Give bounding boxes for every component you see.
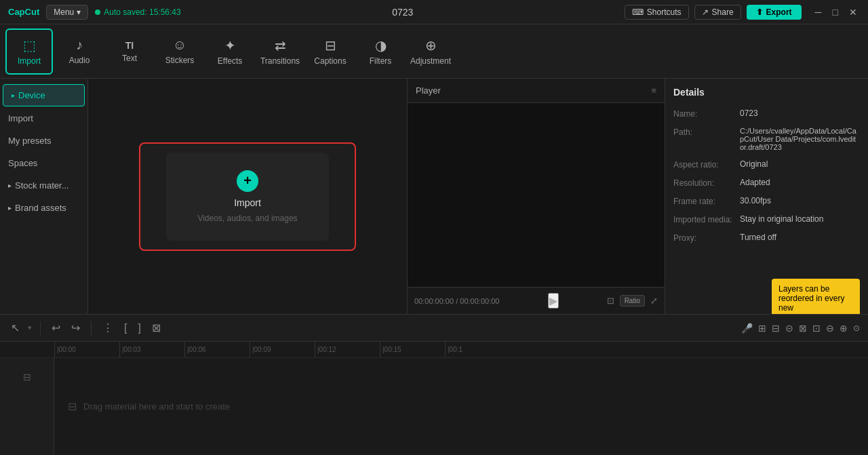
track-label-icon: ⊟ (23, 372, 31, 382)
nav-label-transitions: Transitions (260, 56, 300, 66)
app-logo: CapCut (8, 7, 39, 17)
timeline-right-tools: 🎤 ⊞ ⊟ ⊝ ⊠ ⊡ ⊖ ⊕ ⊙ (741, 323, 860, 334)
timeline-content: ⊟ ⊟ Drag material here and start to crea… (0, 358, 868, 455)
unlink-icon[interactable]: ⊝ (785, 323, 793, 334)
close-button[interactable]: ✕ (846, 7, 860, 18)
ruler-mark-3: |00:09 (250, 342, 315, 358)
left-sidebar: ▸ Device Import My presets Spaces ▸ Stoc… (0, 79, 88, 314)
detail-value-imported-media: Stay in original location (740, 214, 860, 224)
player-title: Player (416, 85, 441, 96)
top-bar: CapCut Menu ▾ Auto saved: 15:56:43 0723 … (0, 0, 868, 24)
detail-row-path: Path: C:/Users/cvalley/AppData/Local/Cap… (673, 127, 860, 151)
maximize-button[interactable]: □ (830, 7, 841, 18)
autosave-indicator: Auto saved: 15:56:43 (95, 7, 180, 17)
drag-hint-text: Drag material here and start to create (83, 401, 230, 412)
player-right-controls: ⊡ Ratio ⤢ (607, 295, 658, 306)
sidebar-item-spaces[interactable]: Spaces (0, 153, 87, 174)
cursor-tool-button[interactable]: ↖ (8, 320, 22, 336)
timeline-area: ↖ ▾ ↩ ↪ ⋮ [ ] ⊠ 🎤 ⊞ ⊟ ⊝ ⊠ ⊡ ⊖ ⊕ ⊙ |00:00… (0, 314, 868, 455)
nav-item-effects[interactable]: ✦ Effects (206, 28, 254, 75)
redo-button[interactable]: ↪ (68, 320, 83, 336)
ruler-mark-0: |00:00 (54, 342, 119, 358)
player-time: 00:00:00:00 / 00:00:00:00 (414, 297, 499, 305)
zoom-icon[interactable]: ⊙ (853, 323, 860, 333)
cursor-dropdown-icon[interactable]: ▾ (28, 323, 32, 332)
right-panel: Details Name: 0723 Path: C:/Users/cvalle… (665, 79, 868, 314)
nav-item-text[interactable]: TI Text (106, 28, 153, 75)
play-button[interactable]: ▶ (548, 293, 559, 309)
ruler-mark-6: |00:1 (445, 342, 510, 358)
menu-button[interactable]: Menu ▾ (46, 5, 88, 20)
nav-label-stickers: Stickers (165, 56, 195, 65)
detail-label-aspect: Aspect ratio: (673, 159, 734, 170)
filters-icon: ◑ (375, 37, 387, 54)
sidebar-item-device[interactable]: ▸ Device (3, 84, 85, 106)
stickers-icon: ☺ (173, 37, 186, 53)
sidebar-item-stock-material[interactable]: ▸ Stock mater... (0, 175, 87, 196)
minimize-button[interactable]: ─ (812, 7, 825, 18)
magnet-icon[interactable]: ⊞ (758, 323, 766, 334)
undo-button[interactable]: ↩ (49, 320, 63, 336)
text-icon: TI (125, 40, 134, 51)
minus-icon[interactable]: ⊖ (826, 323, 834, 334)
shortcuts-button[interactable]: ⌨ Shortcuts (625, 5, 689, 20)
nav-item-captions[interactable]: ⊟ Captions (307, 28, 354, 75)
nav-item-audio[interactable]: ♪ Audio (56, 28, 103, 75)
detail-value-framerate: 30.00fps (740, 196, 860, 206)
chevron-icon: ▸ (12, 92, 15, 99)
share-button[interactable]: ↗ Share (694, 5, 741, 20)
export-button[interactable]: ⬆ Export (747, 5, 802, 20)
nav-label-effects: Effects (218, 56, 242, 66)
top-bar-right: ⌨ Shortcuts ↗ Share ⬆ Export ─ □ ✕ (625, 5, 860, 20)
trim-left-button[interactable]: [ (121, 321, 130, 336)
timeline-ruler: |00:00 |00:03 |00:06 |00:09 |00:12 |00:1… (0, 342, 868, 358)
nav-label-import: Import (18, 56, 41, 66)
detail-value-aspect: Original (740, 159, 860, 170)
sidebar-item-import[interactable]: Import (0, 108, 87, 129)
nav-label-adjustment: Adjustment (410, 56, 451, 66)
import-icon: ⬚ (23, 37, 36, 54)
drag-hint-icon: ⊟ (68, 400, 77, 413)
split-button[interactable]: ⋮ (100, 320, 116, 336)
detail-value-name: 0723 (740, 108, 860, 119)
nav-label-audio: Audio (69, 56, 90, 65)
nav-item-stickers[interactable]: ☺ Stickers (156, 28, 203, 75)
project-title: 0723 (392, 7, 413, 18)
plus-icon[interactable]: ⊕ (840, 323, 848, 334)
detail-label-proxy: Proxy: (673, 233, 734, 243)
main-layout: ▸ Device Import My presets Spaces ▸ Stoc… (0, 79, 868, 314)
sidebar-item-my-presets[interactable]: My presets (0, 130, 87, 151)
delete-button[interactable]: ⊠ (149, 320, 163, 336)
trim-right-button[interactable]: ] (135, 321, 143, 336)
import-subtitle: Videos, audios, and images (197, 214, 297, 223)
content-area: + Import Videos, audios, and images (88, 79, 407, 314)
window-controls: ─ □ ✕ (812, 7, 860, 18)
ruler-mark-4: |00:12 (315, 342, 380, 358)
detail-value-proxy: Turned off (740, 233, 860, 243)
ratio-button[interactable]: Ratio (620, 295, 645, 306)
align-icon[interactable]: ⊠ (799, 323, 807, 334)
fit-icon[interactable]: ⊡ (607, 296, 614, 306)
chevron-icon-brand: ▸ (8, 204, 12, 212)
detail-label-path: Path: (673, 127, 734, 151)
ruler-mark-5: |00:15 (380, 342, 445, 358)
drag-hint: ⊟ Drag material here and start to create (54, 400, 230, 413)
copy-icon[interactable]: ⊡ (812, 323, 821, 334)
nav-item-filters[interactable]: ◑ Filters (357, 28, 404, 75)
timeline-tracks[interactable]: ⊟ Drag material here and start to create (54, 358, 868, 455)
player-menu-icon[interactable]: ≡ (651, 85, 656, 96)
nav-item-import[interactable]: ⬚ Import (5, 28, 53, 75)
mic-icon[interactable]: 🎤 (741, 323, 753, 334)
sidebar-item-brand-assets[interactable]: ▸ Brand assets (0, 197, 87, 218)
captions-icon: ⊟ (325, 37, 336, 54)
tooltip-layers: Layers can be reordered in every new (772, 279, 860, 314)
detail-row-proxy: Proxy: Turned off (673, 233, 860, 243)
fullscreen-icon[interactable]: ⤢ (650, 296, 658, 306)
nav-item-adjustment[interactable]: ⊕ Adjustment (407, 28, 454, 75)
nav-item-transitions[interactable]: ⇄ Transitions (256, 28, 304, 75)
adjustment-icon: ⊕ (425, 37, 437, 54)
import-drop-zone: + Import Videos, audios, and images (139, 142, 356, 251)
link-icon[interactable]: ⊟ (772, 323, 780, 334)
import-button[interactable]: + Import Videos, audios, and images (166, 153, 329, 241)
chevron-icon-stock: ▸ (8, 182, 12, 189)
